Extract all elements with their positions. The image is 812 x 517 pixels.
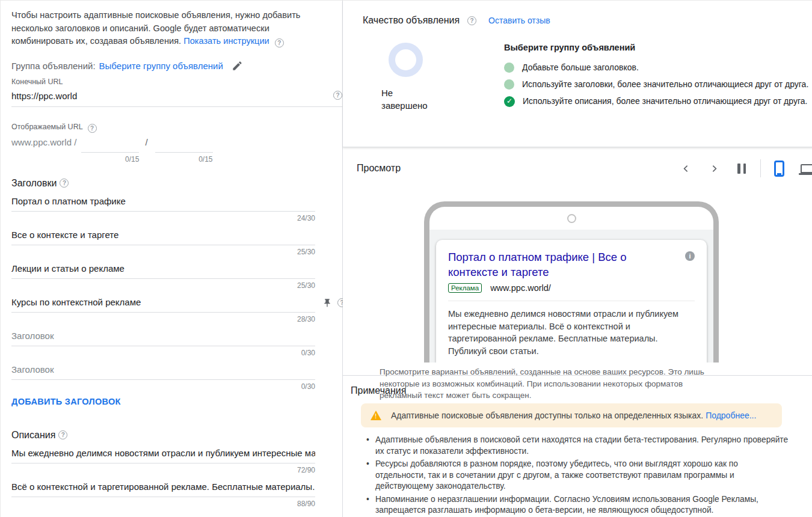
- ad-quality-body: Не завершено Выберите группу объявлений …: [343, 26, 812, 112]
- language-warning-banner: Адаптивные поисковые объявления доступны…: [361, 403, 782, 427]
- path2-field: 0/15: [155, 135, 213, 164]
- display-url-label: Отображаемый URL ?: [11, 123, 342, 133]
- checklist-item: Добавьте больше заголовков.: [504, 62, 812, 73]
- headline-counter-3: 25/30: [11, 279, 315, 290]
- pending-circle-icon: [504, 79, 514, 90]
- checklist-item: ✓ Используйте описания, более значительн…: [504, 96, 812, 107]
- edit-pencil-icon[interactable]: [232, 60, 243, 72]
- ad-quality-header: Качество объявления ? Оставить отзыв: [343, 1, 812, 26]
- ad-form-panel: Чтобы настроить адаптивные поисковые объ…: [0, 0, 343, 517]
- path1-input[interactable]: [81, 135, 139, 153]
- intro-text: Чтобы настроить адаптивные поисковые объ…: [11, 9, 309, 48]
- leave-feedback-link[interactable]: Оставить отзыв: [488, 16, 550, 25]
- previous-ad-button[interactable]: [681, 164, 691, 174]
- display-url-row: www.ppc.world / 0/15 / 0/15: [11, 135, 342, 164]
- list-item: Адаптивные объявления в поисковой сети н…: [365, 435, 789, 457]
- next-ad-button[interactable]: [709, 164, 719, 174]
- headline-input-5[interactable]: [11, 328, 315, 346]
- descriptions-heading: Описания ?: [11, 430, 342, 441]
- checklist-heading: Выберите группу объявлений: [504, 43, 812, 52]
- path-separator: /: [145, 137, 147, 147]
- headline-counter-6: 0/30: [11, 380, 315, 391]
- display-url-prefix: www.ppc.world /: [11, 135, 76, 147]
- ad-group-label: Группа объявлений:: [11, 61, 96, 71]
- path2-counter: 0/15: [155, 153, 213, 164]
- ad-preview-card: Портал о платном трафике | Все о контекс…: [436, 240, 707, 363]
- path1-field: 0/15: [81, 135, 139, 164]
- help-icon[interactable]: ?: [60, 179, 69, 188]
- preview-section: Просмотр: [343, 147, 812, 375]
- mobile-preview-button[interactable]: [774, 161, 801, 177]
- phone-camera-icon: [567, 214, 576, 223]
- quality-status-text: Не завершено: [381, 87, 435, 112]
- quality-progress-block: Не завершено: [381, 43, 473, 112]
- headline-counter-1: 24/30: [11, 212, 315, 222]
- list-item: Ресурсы добавляются в разном порядке, по…: [365, 459, 789, 492]
- final-url-value[interactable]: https://ppc.world: [11, 86, 342, 107]
- quality-checklist: Выберите группу объявлений Добавьте боль…: [504, 43, 812, 112]
- desktop-preview-button[interactable]: [801, 164, 812, 173]
- preview-header: Просмотр: [343, 147, 812, 177]
- headline-input-1[interactable]: [11, 194, 315, 212]
- headline-input-2[interactable]: [11, 227, 315, 245]
- ad-preview-meta: Реклама www.ppc.world/: [448, 283, 695, 293]
- ad-divider: [448, 301, 695, 301]
- phone-mockup: Портал о платном трафике | Все о контекс…: [424, 201, 719, 363]
- list-item: Напоминание о неразглашении информации. …: [365, 494, 789, 516]
- ad-badge: Реклама: [448, 283, 482, 293]
- preview-controls: [681, 159, 812, 177]
- pending-circle-icon: [504, 63, 514, 73]
- headline-input-3[interactable]: [11, 261, 315, 279]
- pause-rotation-button[interactable]: [737, 164, 746, 174]
- path1-counter: 0/15: [81, 153, 139, 164]
- ad-quality-card: Качество объявления ? Оставить отзыв Не …: [343, 0, 812, 147]
- show-instructions-link[interactable]: Показать инструкции: [183, 36, 269, 46]
- pause-icon: [743, 164, 746, 174]
- ad-quality-title: Качество объявления: [363, 15, 460, 26]
- help-icon[interactable]: ?: [333, 91, 342, 100]
- info-icon[interactable]: i: [685, 251, 695, 261]
- select-ad-group-link[interactable]: Выберите группу объявлений: [99, 61, 223, 71]
- learn-more-link[interactable]: Подробнее...: [706, 411, 756, 420]
- headline-field-4: 28/30 ?: [11, 295, 315, 323]
- headline-field-5: 0/30: [11, 328, 315, 357]
- add-headline-button[interactable]: ДОБАВИТЬ ЗАГОЛОВОК: [11, 397, 121, 406]
- help-icon[interactable]: ?: [275, 38, 284, 47]
- help-icon[interactable]: ?: [58, 430, 67, 439]
- help-icon[interactable]: ?: [467, 16, 476, 25]
- quality-progress-ring: [389, 43, 423, 77]
- controls-divider: [760, 159, 761, 177]
- laptop-icon: [801, 164, 812, 173]
- right-panel: Качество объявления ? Оставить отзыв Не …: [343, 0, 812, 517]
- headline-input-6[interactable]: [11, 362, 315, 380]
- notes-list: Адаптивные объявления в поисковой сети н…: [365, 435, 789, 517]
- description-counter-1: 72/90: [11, 463, 315, 474]
- headline-field-2: 25/30: [11, 227, 315, 256]
- description-field-2: 88/90: [11, 479, 315, 508]
- headline-counter-4: 28/30: [11, 313, 315, 323]
- final-url-label: Конечный URL: [11, 78, 342, 86]
- headline-field-1: 24/30: [11, 194, 315, 222]
- headline-counter-5: 0/30: [11, 346, 315, 357]
- warning-icon: [371, 411, 382, 420]
- check-icon: ✓: [504, 96, 515, 107]
- pin-icon[interactable]: [322, 298, 332, 308]
- description-input-1[interactable]: [11, 445, 315, 463]
- ad-preview-headline[interactable]: Портал о платном трафике | Все о контекс…: [448, 249, 695, 280]
- warning-text: Адаптивные поисковые объявления доступны…: [391, 411, 756, 420]
- description-counter-2: 88/90: [11, 497, 315, 508]
- mobile-icon: [774, 161, 784, 177]
- headline-counter-2: 25/30: [11, 245, 315, 256]
- pause-icon: [737, 164, 740, 174]
- preview-title: Просмотр: [357, 163, 401, 174]
- description-field-1: 72/90: [11, 445, 315, 474]
- headline-field-3: 25/30: [11, 261, 315, 290]
- description-input-2[interactable]: [11, 479, 315, 497]
- path2-input[interactable]: [155, 135, 213, 153]
- headline-input-4[interactable]: [11, 295, 315, 313]
- checklist-item: Используйте заголовки, более значительно…: [504, 79, 812, 90]
- help-icon[interactable]: ?: [88, 124, 97, 133]
- preview-caption: Просмотрите варианты объявлений, созданн…: [380, 366, 714, 402]
- responsive-search-ad-editor: Чтобы настроить адаптивные поисковые объ…: [0, 0, 812, 517]
- final-url-field: Конечный URL https://ppc.world ?: [11, 78, 342, 107]
